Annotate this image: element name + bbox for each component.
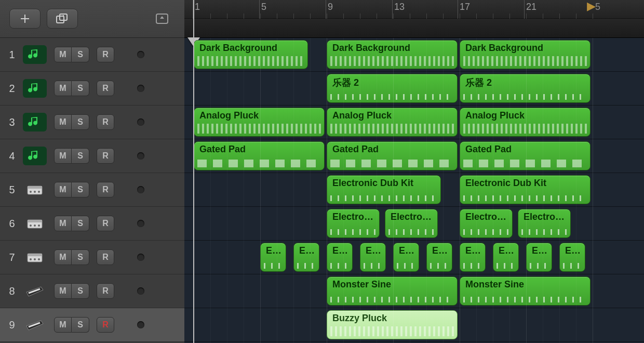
- midi-region[interactable]: Electronic Dub Kit: [327, 175, 441, 204]
- record-enable-button[interactable]: R: [97, 182, 114, 197]
- msr-group: MS: [54, 317, 89, 333]
- midi-region[interactable]: 乐器 2: [327, 74, 458, 103]
- msr-group: MS: [54, 283, 89, 299]
- midi-region[interactable]: Elect: [493, 243, 519, 272]
- track-row-8[interactable]: 8MSR: [0, 274, 184, 308]
- track-type-icon[interactable]: [23, 79, 47, 98]
- cycle-end-marker[interactable]: ◀: [587, 0, 596, 13]
- solo-button[interactable]: S: [72, 81, 89, 96]
- record-enable-button[interactable]: R: [97, 216, 114, 231]
- midi-region[interactable]: Buzzy Pluck: [327, 310, 458, 339]
- track-row-1[interactable]: 1MSR: [0, 38, 184, 72]
- midi-region[interactable]: Analog Pluck: [194, 108, 325, 137]
- track-row-6[interactable]: 6MSR: [0, 207, 184, 241]
- midi-region[interactable]: Analog Pluck: [327, 108, 458, 137]
- midi-region[interactable]: Electronic Dub Kit: [460, 175, 591, 204]
- svg-point-11: [34, 225, 36, 227]
- track-row-2[interactable]: 2MSR: [0, 72, 184, 105]
- midi-notes-preview: [463, 263, 482, 269]
- track-type-icon[interactable]: [23, 248, 47, 267]
- mute-button[interactable]: M: [54, 47, 72, 62]
- midi-region[interactable]: Elect: [360, 243, 386, 272]
- track-type-icon[interactable]: [23, 180, 47, 199]
- midi-region[interactable]: Electronic: [460, 209, 513, 238]
- midi-region[interactable]: Elect: [260, 243, 286, 272]
- midi-notes-preview: [330, 195, 437, 201]
- bar-ruler[interactable]: 159131721◀5: [184, 0, 644, 19]
- solo-button[interactable]: S: [72, 182, 89, 197]
- midi-region[interactable]: Dark Background: [194, 40, 308, 69]
- level-meter: [137, 254, 144, 261]
- mute-button[interactable]: M: [54, 249, 72, 265]
- track-row-3[interactable]: 3MSR: [0, 105, 184, 139]
- track-type-icon[interactable]: [23, 282, 47, 300]
- record-enable-button[interactable]: R: [97, 283, 114, 299]
- record-enable-button[interactable]: R: [97, 249, 114, 265]
- track-number: 1: [4, 49, 20, 61]
- midi-region[interactable]: Elect: [559, 243, 585, 272]
- solo-button[interactable]: S: [72, 114, 89, 130]
- track-row-4[interactable]: 4MSR: [0, 139, 184, 173]
- midi-region[interactable]: Elect: [293, 243, 319, 272]
- solo-button[interactable]: S: [72, 283, 89, 299]
- midi-region[interactable]: Dark Background: [460, 40, 591, 69]
- midi-region[interactable]: Analog Pluck: [460, 108, 591, 137]
- midi-region[interactable]: 乐器 2: [460, 74, 591, 103]
- level-meter: [137, 287, 144, 295]
- track-type-icon[interactable]: [23, 147, 47, 165]
- midi-region[interactable]: Elect: [526, 243, 552, 272]
- mute-button[interactable]: M: [54, 114, 72, 130]
- track-type-icon[interactable]: [23, 315, 47, 334]
- solo-button[interactable]: S: [72, 249, 89, 265]
- record-enable-button[interactable]: R: [97, 81, 114, 96]
- track-row-5[interactable]: 5MSR: [0, 173, 184, 207]
- beat-ruler[interactable]: [184, 19, 644, 38]
- solo-button[interactable]: S: [72, 216, 89, 231]
- mute-button[interactable]: M: [54, 81, 72, 96]
- midi-region[interactable]: Elect: [426, 243, 452, 272]
- midi-region[interactable]: Gated Pad: [327, 141, 458, 170]
- ruler-tick: 9: [328, 2, 333, 12]
- midi-notes-preview: [463, 195, 587, 201]
- record-enable-button[interactable]: R: [97, 47, 114, 62]
- ruler-tick: 13: [394, 2, 405, 12]
- midi-region[interactable]: Elect: [393, 243, 419, 272]
- mute-button[interactable]: M: [54, 283, 72, 299]
- mute-button[interactable]: M: [54, 216, 72, 231]
- arrangement-area[interactable]: 159131721◀5 Dark BackgroundDark Backgrou…: [184, 0, 644, 343]
- record-enable-button[interactable]: R: [97, 317, 114, 333]
- track-type-icon[interactable]: [23, 113, 47, 131]
- track-type-icon[interactable]: [23, 45, 47, 64]
- midi-region[interactable]: Gated Pad: [194, 141, 325, 170]
- midi-region[interactable]: Elect: [460, 243, 486, 272]
- level-meter: [137, 220, 144, 227]
- solo-button[interactable]: S: [72, 317, 89, 333]
- region-label: Elect: [261, 243, 286, 256]
- record-enable-button[interactable]: R: [97, 148, 114, 164]
- midi-region[interactable]: Gated Pad: [460, 141, 591, 170]
- record-enable-button[interactable]: R: [97, 114, 114, 130]
- add-track-button[interactable]: [9, 9, 41, 29]
- midi-region[interactable]: Electronic: [327, 209, 380, 238]
- track-row-9[interactable]: 9MSR: [0, 308, 184, 342]
- solo-button[interactable]: S: [72, 47, 89, 62]
- solo-button[interactable]: S: [72, 148, 89, 164]
- region-label: Buzzy Pluck: [327, 311, 457, 324]
- msr-group: MS: [54, 249, 89, 265]
- region-label: Gated Pad: [327, 142, 457, 155]
- region-label: Analog Pluck: [460, 108, 590, 121]
- mute-button[interactable]: M: [54, 148, 72, 164]
- midi-notes-preview: [388, 229, 434, 235]
- midi-region[interactable]: Monster Sine: [327, 276, 458, 306]
- midi-region[interactable]: Elect: [327, 243, 353, 272]
- midi-region[interactable]: Dark Background: [327, 40, 458, 69]
- mute-button[interactable]: M: [54, 317, 72, 333]
- track-row-7[interactable]: 7MSR: [0, 241, 184, 274]
- duplicate-track-button[interactable]: [47, 9, 78, 29]
- midi-region[interactable]: Monster Sine: [460, 276, 591, 306]
- region-label: Electronic Dub Kit: [327, 176, 440, 189]
- mute-button[interactable]: M: [54, 182, 72, 197]
- track-type-icon[interactable]: [23, 214, 47, 233]
- region-label: Electronic Dub Kit: [460, 176, 590, 189]
- collapse-tracks-button[interactable]: [149, 9, 175, 29]
